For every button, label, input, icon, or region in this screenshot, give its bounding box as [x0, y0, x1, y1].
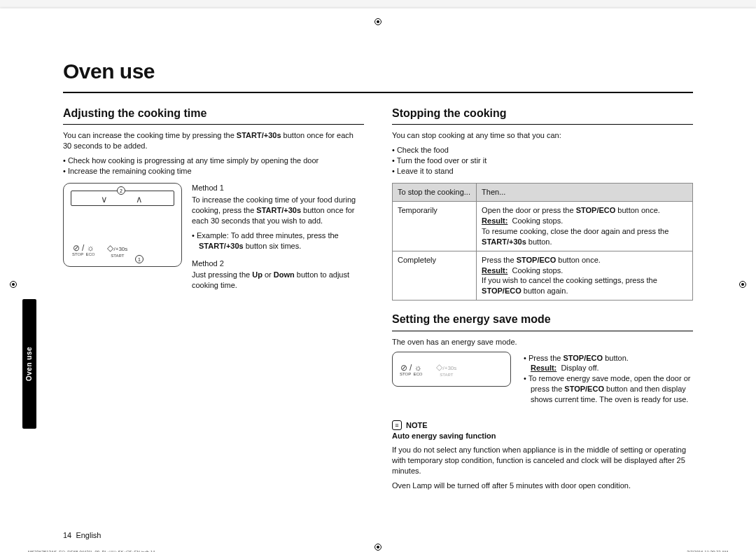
- text: If you wish to cancel the cooking settin…: [482, 276, 657, 284]
- text: Example: To add three minutes, press the: [197, 231, 339, 240]
- adjust-bullets: Check how cooking is progressing at any …: [63, 156, 364, 177]
- table-cell: Open the door or press the STOP/ECO butt…: [477, 202, 693, 251]
- start-button-illustration-disabled: ◇/+30s START: [436, 363, 456, 378]
- right-column: Stopping the cooking You can stop cookin…: [392, 106, 693, 495]
- result-label: Result:: [531, 364, 556, 372]
- text-bold: STOP/ECO: [564, 385, 604, 393]
- text-bold: STOP/ECO: [563, 354, 603, 362]
- text-bold: START/+30s: [256, 206, 301, 214]
- result-label: Result:: [482, 216, 507, 225]
- stop-eco-button-illustration: ⊘ / ☼ STOP ECO: [72, 244, 94, 257]
- text: Display off.: [561, 364, 598, 372]
- list-item: Example: To add three minutes, press the…: [192, 230, 364, 251]
- eco-panel-illustration: ⊘ / ☼ STOP ECO ◇/+30s START: [392, 352, 511, 412]
- subhead-energy: Setting the energy save mode: [392, 312, 693, 331]
- note-subheading: Auto energy saving function: [392, 432, 496, 440]
- table-cell: Completely: [393, 251, 477, 300]
- text: button again.: [522, 287, 568, 295]
- stop-table: To stop the cooking... Then... Temporari…: [392, 183, 693, 301]
- method2-text: Just pressing the Up or Down button to a…: [192, 270, 364, 291]
- text: or: [262, 270, 274, 279]
- result-label: Result:: [482, 266, 507, 275]
- table-row: Temporarily Open the door or press the S…: [393, 202, 693, 251]
- text: Press the: [482, 256, 517, 264]
- stop-bullets: Check the food Turn the food over or sti…: [392, 145, 693, 177]
- label: ECO: [85, 252, 94, 256]
- text: Cooking stops.: [512, 266, 564, 275]
- registration-mark-top: [374, 18, 382, 25]
- label: /+30s: [113, 246, 127, 252]
- control-panel-illustration: ∨ ∧ 2 ⊘ / ☼ STOP ECO ◇/+30s START: [63, 183, 182, 295]
- registration-mark-right: [739, 281, 746, 288]
- subhead-stopping: Stopping the cooking: [392, 106, 693, 125]
- label: /+30s: [442, 365, 456, 371]
- text-bold: STOP/ECO: [517, 256, 556, 264]
- text: button.: [603, 354, 629, 362]
- subhead-adjusting: Adjusting the cooking time: [63, 106, 364, 125]
- method2-heading: Method 2: [192, 258, 364, 269]
- print-metadata: MS23K3513AS_EO_DE68-04431L-00_PL+HU+SK+C…: [28, 549, 728, 552]
- text-bold: Up: [252, 270, 262, 279]
- side-tab: Oven use: [22, 299, 36, 429]
- left-column: Adjusting the cooking time You can incre…: [63, 106, 364, 495]
- text-bold: STOP/ECO: [482, 287, 522, 295]
- text: Cooking stops.: [512, 216, 564, 225]
- list-item: To remove energy save mode, open the doo…: [524, 373, 693, 405]
- note-label: NOTE: [406, 420, 428, 431]
- note-p2: Oven Lamp will be turned off after 5 min…: [392, 481, 693, 491]
- text: button.: [526, 237, 552, 246]
- label: ECO: [413, 372, 422, 376]
- manual-page: Oven use Oven use Adjusting the cooking …: [0, 8, 756, 552]
- text-bold: Down: [274, 270, 295, 279]
- callout-1: 1: [135, 255, 144, 263]
- registration-mark-left: [10, 281, 17, 288]
- table-header: Then...: [477, 184, 693, 202]
- energy-intro: The oven has an energy save mode.: [392, 337, 693, 347]
- list-item: Turn the food over or stir it: [392, 156, 693, 166]
- text: button once.: [615, 206, 660, 214]
- text: To resume cooking, close the door again …: [482, 227, 668, 235]
- label: STOP: [72, 252, 83, 256]
- list-item: Press the STOP/ECO button. Result: Displ…: [524, 353, 693, 374]
- note-icon: ≡: [392, 420, 402, 430]
- label: START: [436, 373, 456, 378]
- method1-text: To increase the cooking time of your foo…: [192, 195, 364, 226]
- text: Open the door or press the: [482, 206, 576, 214]
- page-footer: 14 English: [63, 530, 693, 541]
- method1-example: Example: To add three minutes, press the…: [192, 230, 364, 251]
- list-item: Increase the remaining cooking time: [63, 166, 364, 177]
- list-item: Leave it to stand: [392, 166, 693, 177]
- down-icon: ∨: [101, 193, 108, 206]
- text-bold: STOP/ECO: [576, 206, 616, 214]
- text-bold: START/+30s: [482, 237, 526, 246]
- page-language: English: [76, 531, 101, 539]
- page-number: 14: [63, 531, 71, 539]
- text: Just pressing the: [192, 270, 252, 279]
- text: button six times.: [244, 242, 302, 250]
- text-bold: START/+30s: [199, 242, 244, 250]
- start-button-illustration: ◇/+30s START: [107, 244, 127, 258]
- print-file: MS23K3513AS_EO_DE68-04431L-00_PL+HU+SK+C…: [28, 549, 155, 552]
- table-cell: Temporarily: [393, 202, 477, 251]
- table-row: Completely Press the STOP/ECO button onc…: [393, 251, 693, 300]
- table-header: To stop the cooking...: [393, 184, 477, 202]
- table-cell: Press the STOP/ECO button once. Result: …: [477, 251, 693, 300]
- text: You can increase the cooking time by pre…: [63, 131, 237, 139]
- text-bold: START/+30s: [237, 131, 281, 139]
- page-title: Oven use: [63, 57, 693, 93]
- label: START: [107, 254, 127, 258]
- note-p1: If you do not select any function when a…: [392, 445, 693, 476]
- adjust-intro: You can increase the cooking time by pre…: [63, 130, 364, 151]
- print-timestamp: 3/7/2016 11:30:22 AM: [687, 549, 728, 552]
- method1-heading: Method 1: [192, 183, 364, 193]
- list-item: Check how cooking is progressing at any …: [63, 156, 364, 166]
- stop-intro: You can stop cooking at any time so that…: [392, 130, 693, 141]
- text: button once.: [556, 256, 601, 264]
- label: STOP: [400, 372, 411, 376]
- stop-eco-button-illustration: ⊘ / ☼ STOP ECO: [400, 364, 422, 377]
- text: Press the: [528, 354, 564, 362]
- note-heading: ≡ NOTE: [392, 420, 693, 431]
- up-icon: ∧: [136, 193, 143, 206]
- list-item: Check the food: [392, 145, 693, 156]
- energy-bullets: Press the STOP/ECO button. Result: Displ…: [524, 353, 693, 405]
